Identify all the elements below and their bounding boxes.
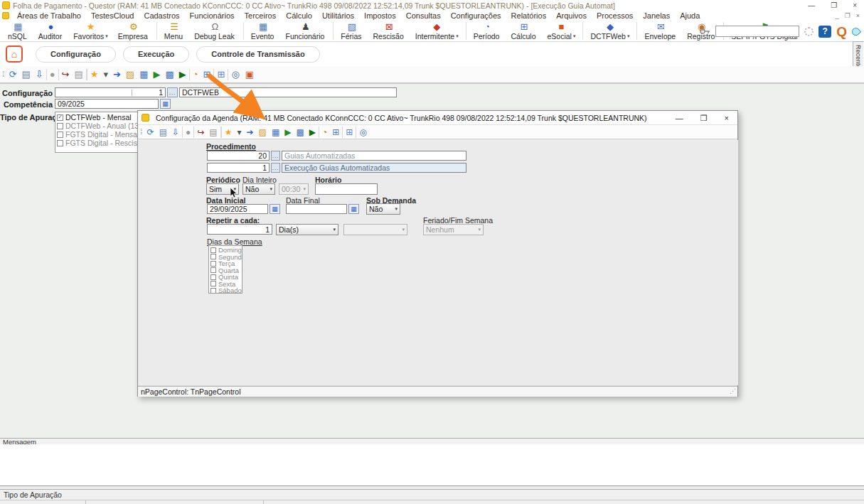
checkbox[interactable] (210, 281, 216, 286)
menu-item[interactable]: Processos (592, 11, 638, 20)
toolbar-button[interactable]: ★ Favoritos▾ (68, 21, 113, 41)
periodico-select[interactable]: Sim▾ (206, 183, 239, 195)
dialog-close-button[interactable]: × (725, 114, 729, 122)
checkbox[interactable]: ✓ (57, 114, 63, 121)
mdi-restore-button[interactable]: ❐ (845, 12, 850, 19)
dia-inteiro-select[interactable]: Não▾ (242, 183, 275, 195)
small-toolbar-icon[interactable]: ▨ (259, 128, 267, 136)
procedimento2-numero-field[interactable]: 1 (207, 163, 270, 173)
procedimento2-lookup-button[interactable]: ... (271, 163, 280, 173)
small-toolbar-icon[interactable]: ◔ (193, 70, 198, 79)
procedimento1-lookup-button[interactable]: ... (271, 151, 280, 161)
small-toolbar-icon[interactable]: ◎ (359, 128, 366, 136)
small-toolbar-icon[interactable]: ▨ (126, 70, 134, 79)
data-final-field[interactable] (286, 204, 347, 214)
small-toolbar-icon[interactable]: ➔ (113, 70, 121, 79)
small-toolbar-icon[interactable]: ⟳ (147, 128, 154, 136)
small-toolbar-icon[interactable]: ★ (225, 128, 233, 136)
small-toolbar-icon[interactable]: ➔ (246, 128, 253, 136)
toolbar-button[interactable]: ⊞ Cálculo (506, 21, 542, 41)
toolbar-button[interactable]: Ω Debug Leak (189, 21, 241, 41)
small-toolbar-icon[interactable]: ◎ (231, 70, 239, 79)
menu-item[interactable]: Impostos (359, 11, 401, 20)
checkbox[interactable] (210, 267, 216, 273)
dialog-titlebar[interactable]: Configuração da Agenda (RAM: 41 MB Conec… (138, 111, 737, 125)
menu-item[interactable]: Ajuda (675, 11, 705, 20)
configuracao-numero-field[interactable]: 1 (55, 87, 166, 97)
toolbar-button[interactable]: ▦ nSQL (3, 21, 33, 41)
small-toolbar-icon[interactable]: ● (50, 70, 55, 79)
small-toolbar-icon[interactable]: ★ (90, 70, 99, 79)
small-toolbar-icon[interactable]: ▶ (309, 128, 316, 136)
repetir-field[interactable]: 1 (207, 224, 272, 235)
small-toolbar-icon[interactable]: ⟳ (9, 70, 17, 79)
checkbox-row[interactable]: Sábado (210, 287, 242, 294)
toolbar-button[interactable]: ☰ Menu (159, 21, 189, 41)
small-toolbar-icon[interactable]: ▦ (272, 128, 279, 136)
mdi-minimize-button[interactable]: _ (836, 12, 839, 19)
small-toolbar-icon[interactable]: ▤ (21, 70, 30, 79)
data-final-calendar-button[interactable]: ▦ (348, 204, 359, 214)
small-toolbar-icon[interactable]: ▾ (103, 70, 108, 79)
small-toolbar-icon[interactable]: ▶ (153, 70, 160, 79)
toolbar-button[interactable]: ● Auditor (33, 21, 68, 41)
tab-pill[interactable]: Controle de Transmissão (196, 46, 319, 63)
small-toolbar-icon[interactable]: ⇩ (36, 70, 43, 79)
checkbox[interactable] (57, 123, 63, 129)
small-toolbar-icon[interactable]: ⊞ (332, 128, 339, 136)
restore-button[interactable]: ❐ (831, 1, 837, 9)
menu-item[interactable]: Áreas de Trabalho (12, 11, 86, 20)
toolbar-button[interactable]: ◔ Período (469, 21, 506, 41)
toolbar-button[interactable]: ♟ Funcionário (280, 21, 331, 41)
toolbar-button[interactable]: ▧ Férias (336, 21, 368, 41)
toolbar-button[interactable]: ■ eSocial▾ (543, 21, 581, 41)
checkbox[interactable] (210, 254, 216, 259)
checkbox[interactable] (210, 274, 216, 280)
menu-item[interactable]: TestesCloud (86, 11, 139, 20)
toolbar-button[interactable]: ◆ Intermitente▾ (410, 21, 464, 41)
small-toolbar-icon[interactable]: ▤ (159, 128, 167, 136)
small-toolbar-icon[interactable]: ▤ (74, 70, 82, 79)
repetir-unidade-select[interactable]: Dia(s)▾ (276, 224, 338, 235)
menu-item[interactable]: Utilitários (317, 11, 359, 20)
camera-icon[interactable]: ▣ (245, 70, 254, 79)
menu-item[interactable]: Cadastros (139, 11, 184, 20)
menu-item[interactable]: Janelas (638, 11, 675, 20)
small-toolbar-icon[interactable]: ⊞ (217, 70, 225, 79)
menu-item[interactable]: Configurações (446, 11, 506, 20)
menu-item[interactable]: Cálculo (281, 11, 317, 20)
help-icon[interactable]: ? (818, 26, 831, 38)
small-toolbar-icon[interactable]: ▩ (165, 70, 174, 79)
dialog-maximize-button[interactable]: ❐ (700, 114, 708, 123)
minimize-button[interactable]: — (808, 1, 815, 9)
small-toolbar-icon[interactable]: ↪ (62, 70, 70, 79)
configuracao-lookup-button[interactable]: ... (167, 87, 178, 97)
competencia-calendar-button[interactable]: ▦ (160, 99, 171, 109)
tab-pill[interactable]: Configuração (36, 46, 116, 63)
sob-demanda-select[interactable]: Não▾ (366, 203, 400, 215)
small-toolbar-icon[interactable]: ● (186, 128, 191, 136)
competencia-field[interactable]: 09/2025 (55, 99, 159, 109)
data-inicial-calendar-button[interactable]: ▦ (270, 204, 280, 214)
data-inicial-field[interactable]: 29/09/2025 (207, 204, 268, 214)
procedimento1-numero-field[interactable]: 20 (207, 151, 270, 161)
home-button[interactable]: ⌂ (6, 45, 23, 63)
procedimento2-nome-field[interactable]: Execução Guias Automatizadas (282, 163, 466, 173)
toolbar-button[interactable]: ◆ DCTFWeb▾ (585, 21, 634, 41)
checkbox[interactable] (210, 247, 216, 253)
small-toolbar-icon[interactable]: ⇩ (172, 128, 179, 136)
small-toolbar-icon[interactable]: ▩ (296, 128, 304, 136)
procedimento1-nome-field[interactable]: Guias Automatizadas (282, 151, 466, 161)
menu-item[interactable]: Funcionários (185, 11, 240, 20)
close-button[interactable]: × (853, 1, 857, 9)
mdi-close-button[interactable]: × (856, 12, 860, 19)
tab-pill[interactable]: Execução (123, 46, 189, 63)
menu-item[interactable]: Consultas (401, 11, 446, 20)
toolbar-button[interactable]: ▦ Evento (246, 21, 281, 41)
menu-item[interactable]: Arquivos (551, 11, 592, 20)
small-toolbar-icon[interactable]: ▶ (179, 70, 186, 79)
toolbar-button[interactable]: ✉ Envelope (639, 21, 682, 41)
small-toolbar-icon[interactable]: ⊞ (203, 70, 211, 79)
small-toolbar-icon[interactable]: ▶ (284, 128, 291, 136)
small-toolbar-icon[interactable]: ▾ (237, 128, 241, 136)
